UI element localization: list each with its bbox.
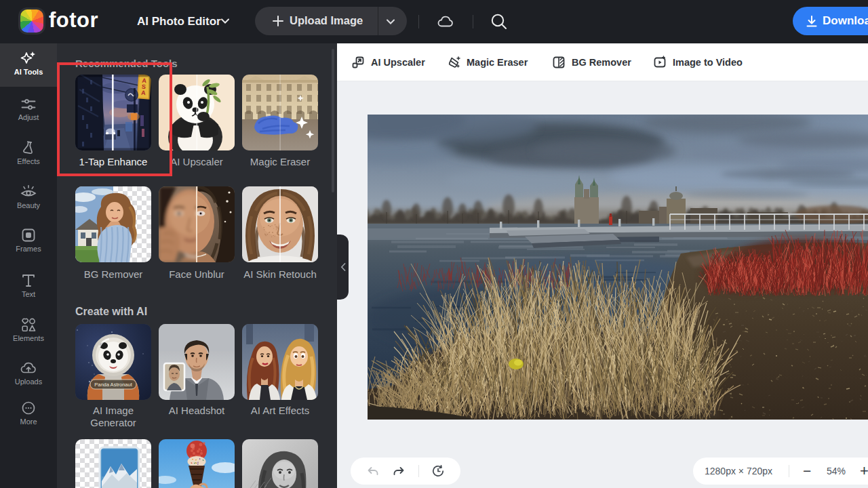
svg-text:Panda Astronaut: Panda Astronaut xyxy=(94,382,132,388)
